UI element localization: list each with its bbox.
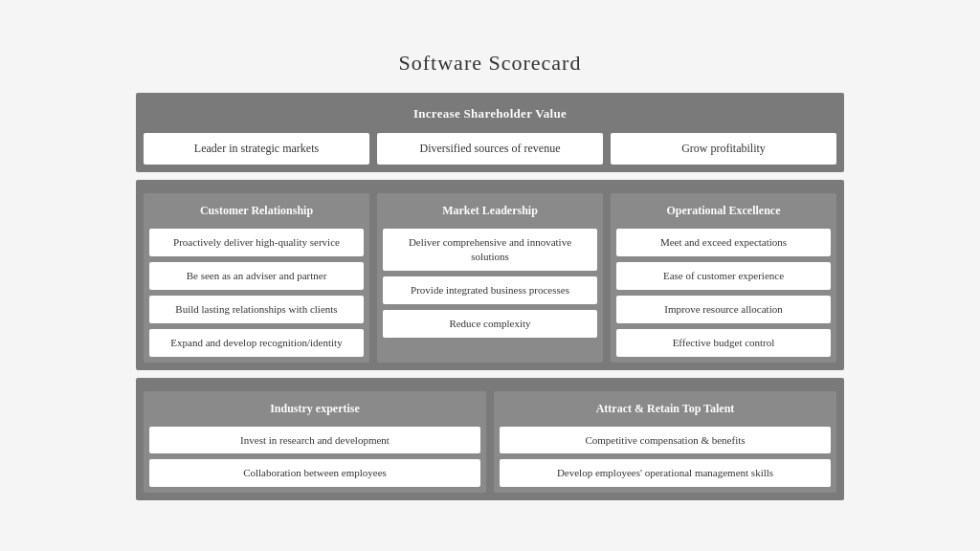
column-header-2: Operational Excellence bbox=[616, 199, 831, 224]
middle-section: Customer Relationship Proactively delive… bbox=[136, 180, 844, 370]
column-header-1: Market Leadership bbox=[383, 199, 597, 224]
page-wrapper: Software Scorecard Increase Shareholder … bbox=[117, 32, 863, 519]
col0-item-2: Build lasting relationships with clients bbox=[149, 296, 364, 323]
top-section-header: Increase Shareholder Value bbox=[144, 100, 836, 127]
bottom-section: Industry expertise Invest in research an… bbox=[136, 378, 844, 501]
col0-item-1: Be seen as an adviser and partner bbox=[149, 262, 364, 290]
middle-columns-row: Customer Relationship Proactively delive… bbox=[144, 193, 836, 363]
col0-item-3: Expand and develop recognition/identity bbox=[149, 329, 364, 357]
col1-item-1: Provide integrated business processes bbox=[383, 276, 597, 304]
scorecard: Increase Shareholder Value Leader in str… bbox=[136, 93, 844, 500]
column-header-0: Customer Relationship bbox=[149, 199, 364, 224]
bottom-col-talent: Attract & Retain Top Talent Competitive … bbox=[494, 391, 836, 494]
column-operational-excellence: Operational Excellence Meet and exceed e… bbox=[611, 193, 836, 363]
col2-item-1: Ease of customer experience bbox=[616, 262, 831, 290]
column-market-leadership: Market Leadership Deliver comprehensive … bbox=[377, 193, 603, 363]
col2-item-2: Improve resource allocation bbox=[616, 296, 831, 323]
col1-item-2: Reduce complexity bbox=[383, 310, 597, 338]
bottom-col-industry: Industry expertise Invest in research an… bbox=[144, 391, 486, 494]
bottom-col1-item-0: Competitive compensation & benefits bbox=[500, 427, 831, 454]
col2-item-3: Effective budget control bbox=[616, 329, 831, 357]
page-title: Software Scorecard bbox=[136, 51, 844, 76]
bottom-header-1: Attract & Retain Top Talent bbox=[500, 397, 831, 421]
bottom-header-0: Industry expertise bbox=[149, 397, 480, 421]
col0-item-0: Proactively deliver high-quality service bbox=[149, 229, 364, 256]
bottom-col1-item-1: Develop employees' operational managemen… bbox=[500, 459, 831, 487]
bottom-col0-item-1: Collaboration between employees bbox=[149, 459, 480, 487]
top-section: Increase Shareholder Value Leader in str… bbox=[136, 93, 844, 172]
column-customer-relationship: Customer Relationship Proactively delive… bbox=[144, 193, 369, 363]
bottom-col0-item-0: Invest in research and development bbox=[149, 427, 480, 454]
col1-item-0: Deliver comprehensive and innovative sol… bbox=[383, 229, 597, 271]
top-card-0: Leader in strategic markets bbox=[144, 133, 369, 165]
top-card-1: Diversified sources of revenue bbox=[377, 133, 603, 165]
col2-item-0: Meet and exceed expectations bbox=[616, 229, 831, 256]
bottom-columns-row: Industry expertise Invest in research an… bbox=[144, 391, 836, 494]
top-cards-row: Leader in strategic markets Diversified … bbox=[144, 133, 836, 165]
top-card-2: Grow profitability bbox=[611, 133, 836, 165]
